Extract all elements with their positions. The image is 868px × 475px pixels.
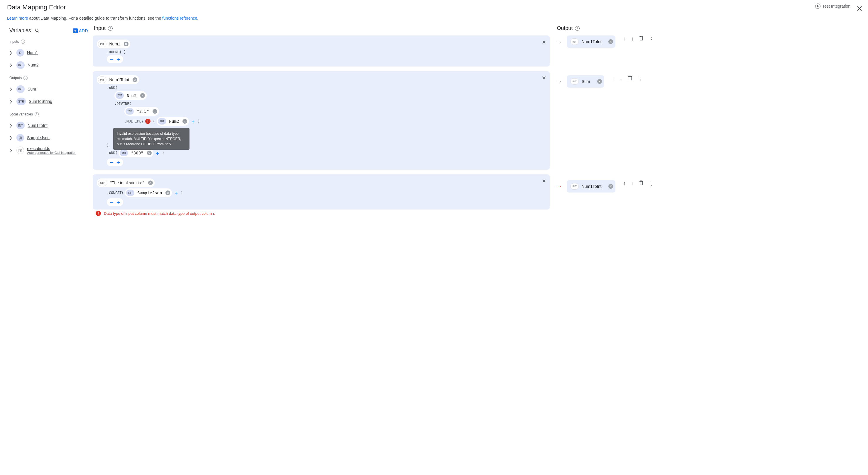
delete-row-button[interactable] [639, 180, 644, 187]
add-fn-button[interactable]: + [115, 159, 121, 166]
remove-fn-button[interactable]: − [108, 159, 115, 166]
chevron-right-icon: ❯ [9, 87, 13, 91]
local-vars-section-label: Local variables ? [9, 112, 88, 116]
delete-row-button[interactable] [639, 35, 644, 42]
remove-card-button[interactable]: ✕ [542, 178, 546, 184]
subheader-text-2: . [197, 16, 198, 21]
help-icon[interactable]: ? [24, 76, 28, 80]
search-icon[interactable] [35, 28, 40, 33]
remove-chip-button[interactable]: ✕ [153, 109, 157, 114]
type-chip: INT [570, 38, 579, 45]
type-chip: INT [116, 92, 124, 99]
sidebar-item-num1toint[interactable]: ❯ INT Num1ToInt [9, 119, 88, 132]
var-name: Num2 [28, 63, 38, 67]
add-label: ADD [79, 28, 88, 33]
add-arg-button[interactable]: + [190, 118, 196, 124]
more-menu-button[interactable]: ⋮ [649, 180, 654, 187]
add-arg-button[interactable]: + [155, 150, 160, 156]
output-column-header: Output i [556, 25, 860, 31]
add-variable-button[interactable]: + ADD [73, 28, 88, 33]
remove-chip-button[interactable]: ✕ [147, 150, 152, 155]
functions-reference-link[interactable]: functions reference [162, 16, 197, 21]
variable-pill[interactable]: INT Num2 ✕ [115, 91, 147, 100]
remove-chip-button[interactable]: ✕ [140, 93, 145, 98]
pill-label: Sum [581, 79, 591, 84]
add-remove-controls: − + [107, 159, 123, 166]
mapping-arrow-icon: → [556, 180, 563, 190]
remove-chip-button[interactable]: ✕ [148, 180, 153, 185]
learn-more-link[interactable]: Learn more [7, 16, 28, 21]
variable-pill[interactable]: INT Sum [569, 77, 593, 86]
sidebar-item-samplejson[interactable]: ❯ {J} SampleJson [9, 132, 88, 144]
pill-label: Num1 [108, 42, 121, 46]
variable-pill[interactable]: INT Num1ToInt ✕ [97, 75, 139, 84]
test-integration-button[interactable]: Test Integration [815, 3, 850, 9]
variable-pill[interactable]: INT Num1 ✕ [97, 40, 130, 48]
sidebar-item-num2[interactable]: ❯ INT Num2 [9, 59, 88, 71]
type-chip: STR [98, 180, 107, 186]
expression-fn: .MULTIPLY [124, 119, 144, 123]
expression-line: .ADD( [97, 86, 546, 90]
move-up-button[interactable]: ↑ [612, 76, 615, 82]
move-up-button[interactable]: ↑ [623, 36, 626, 42]
move-down-button[interactable]: ↓ [620, 76, 622, 82]
var-name: SumToString [29, 99, 52, 104]
variable-pill[interactable]: STR "The total sum is: " ✕ [97, 178, 155, 187]
variable-pill[interactable]: INT Num1ToInt [569, 182, 604, 191]
more-menu-button[interactable]: ⋮ [638, 76, 643, 82]
variable-pill[interactable]: {J} SampleJson ✕ [125, 189, 172, 197]
chevron-right-icon: ❯ [9, 51, 13, 55]
chevron-right-icon: ❯ [9, 63, 13, 67]
variable-pill[interactable]: INT Num1ToInt [569, 37, 604, 46]
remove-chip-button[interactable]: ✕ [132, 77, 137, 82]
move-down-button[interactable]: ↓ [631, 36, 633, 42]
sidebar-item-sum[interactable]: ❯ INT Sum [9, 83, 88, 95]
chevron-right-icon: ❯ [9, 136, 13, 140]
remove-card-button[interactable]: ✕ [542, 75, 546, 81]
pill-label: Num2 [126, 93, 138, 98]
remove-chip-button[interactable]: ✕ [124, 42, 128, 46]
error-icon[interactable]: ! [145, 119, 151, 124]
variable-pill[interactable]: INT Num2 ✕ [157, 117, 189, 126]
svg-line-1 [38, 31, 39, 33]
move-up-button[interactable]: ↑ [623, 180, 626, 186]
help-icon[interactable]: ? [21, 40, 25, 44]
clear-output-button[interactable]: ✕ [609, 184, 613, 189]
remove-chip-button[interactable]: ✕ [182, 119, 187, 124]
more-menu-button[interactable]: ⋮ [649, 36, 654, 42]
move-down-button[interactable]: ↓ [631, 180, 633, 186]
variables-sidebar: Variables + ADD Inputs ? ❯ D Num1 [5, 25, 93, 475]
help-icon[interactable]: ? [35, 112, 39, 116]
sidebar-item-sumtostring[interactable]: ❯ STR SumToString [9, 95, 88, 107]
expression-line: .DIVIDE( [97, 102, 546, 106]
clear-output-button[interactable]: ✕ [609, 39, 613, 44]
test-integration-label: Test Integration [822, 4, 850, 8]
sidebar-item-num1[interactable]: ❯ D Num1 [9, 46, 88, 59]
info-icon[interactable]: i [108, 26, 113, 31]
remove-chip-button[interactable]: ✕ [165, 191, 170, 195]
remove-fn-button[interactable]: − [108, 56, 115, 62]
type-chip: INT [17, 122, 25, 129]
info-icon[interactable]: i [575, 26, 580, 31]
add-fn-button[interactable]: + [115, 56, 121, 62]
pill-label: SampleJson [136, 191, 163, 195]
svg-point-0 [35, 29, 38, 32]
var-name: executionIds [27, 146, 76, 151]
var-name: SampleJson [27, 135, 50, 140]
variable-pill[interactable]: INT "300" ✕ [119, 148, 153, 157]
page-title: Data Mapping Editor [7, 3, 66, 11]
input-column-header: Input i [93, 25, 550, 31]
clear-output-button[interactable]: ✕ [597, 79, 602, 84]
subheader-text-1: about Data Mapping. For a detailed guide… [28, 16, 162, 21]
error-tooltip: Invalid expression because of data type … [113, 128, 189, 150]
variable-pill[interactable]: INT "2.5" ✕ [124, 107, 159, 116]
add-arg-button[interactable]: + [173, 190, 179, 196]
add-fn-button[interactable]: + [115, 199, 121, 205]
type-chip: INT [570, 78, 579, 85]
remove-fn-button[interactable]: − [108, 199, 115, 205]
sidebar-item-executionids[interactable]: ❯ [S] executionIds Auto-generated by Cal… [9, 144, 88, 157]
remove-card-button[interactable]: ✕ [542, 39, 546, 45]
delete-row-button[interactable] [628, 75, 632, 82]
close-button[interactable] [857, 6, 862, 12]
output-card-2: INT Sum ✕ [567, 75, 604, 88]
